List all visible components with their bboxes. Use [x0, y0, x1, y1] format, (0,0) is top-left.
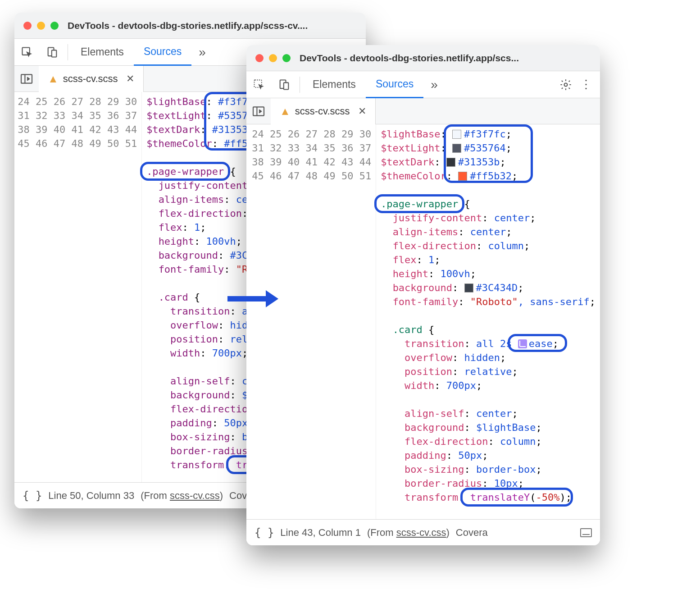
svg-rect-8	[284, 82, 289, 89]
code-editor[interactable]: 24 25 26 27 28 29 30 31 32 33 34 35 36 3…	[246, 124, 600, 519]
close-window-button[interactable]	[23, 22, 32, 30]
comparison-arrow-icon	[225, 288, 279, 306]
svg-rect-3	[21, 74, 32, 83]
source-map-from: (From scss-cv.css)	[141, 490, 223, 502]
navigator-toggle-icon[interactable]	[14, 73, 39, 84]
file-tab-name: scss-cv.scss	[295, 105, 350, 117]
cursor-position: Line 50, Column 33	[48, 490, 134, 502]
file-tabs-bar: ▲ scss-cv.scss ✕	[246, 98, 600, 124]
inspect-icon[interactable]	[14, 46, 40, 59]
tab-elements[interactable]: Elements	[71, 39, 134, 66]
warning-icon: ▲	[48, 73, 59, 85]
window-title: DevTools - devtools-dbg-stories.netlify.…	[300, 53, 519, 64]
file-tab[interactable]: ▲ scss-cv.scss ✕	[39, 66, 144, 92]
window-controls	[23, 22, 59, 30]
maximize-window-button[interactable]	[50, 22, 59, 30]
warning-icon: ▲	[280, 105, 291, 118]
settings-icon[interactable]	[559, 78, 572, 91]
drawer-toggle-icon[interactable]	[580, 528, 592, 537]
inspect-icon[interactable]	[246, 78, 272, 91]
line-gutter: 24 25 26 27 28 29 30 31 32 33 34 35 36 3…	[14, 92, 142, 482]
devtools-window-after: DevTools - devtools-dbg-stories.netlify.…	[246, 45, 600, 545]
tab-sources[interactable]: Sources	[134, 39, 191, 66]
svg-rect-10	[253, 107, 264, 115]
status-bar: { } Line 43, Column 1 (From scss-cv.css)…	[246, 519, 600, 545]
close-tab-icon[interactable]: ✕	[126, 73, 134, 85]
kebab-menu-icon[interactable]: ⋮	[580, 78, 592, 91]
close-tab-icon[interactable]: ✕	[358, 105, 366, 117]
navigator-toggle-icon[interactable]	[246, 106, 271, 117]
line-gutter: 24 25 26 27 28 29 30 31 32 33 34 35 36 3…	[246, 124, 376, 519]
device-icon[interactable]	[40, 46, 65, 59]
svg-rect-2	[52, 50, 57, 57]
code-content[interactable]: $lightBase: #f3f7fc; $textLight: #535764…	[376, 124, 600, 519]
tab-elements[interactable]: Elements	[303, 71, 366, 98]
minimize-window-button[interactable]	[37, 22, 45, 30]
close-window-button[interactable]	[255, 54, 264, 62]
source-map-from: (From scss-cv.css)	[367, 527, 450, 539]
tab-sources[interactable]: Sources	[366, 71, 423, 98]
cursor-position: Line 43, Column 1	[280, 527, 361, 539]
main-toolbar: Elements Sources » ⋮	[246, 71, 600, 98]
format-icon[interactable]: { }	[23, 489, 42, 502]
more-tabs-icon[interactable]: »	[191, 45, 213, 59]
format-icon[interactable]: { }	[255, 526, 274, 539]
minimize-window-button[interactable]	[269, 54, 277, 62]
maximize-window-button[interactable]	[282, 54, 291, 62]
window-title: DevTools - devtools-dbg-stories.netlify.…	[68, 20, 308, 31]
file-tab[interactable]: ▲ scss-cv.scss ✕	[271, 98, 376, 124]
titlebar: DevTools - devtools-dbg-stories.netlify.…	[246, 45, 600, 71]
svg-point-9	[564, 83, 568, 86]
titlebar: DevTools - devtools-dbg-stories.netlify.…	[14, 13, 366, 39]
coverage-label[interactable]: Covera	[456, 527, 488, 539]
more-tabs-icon[interactable]: »	[423, 78, 445, 92]
device-icon[interactable]	[272, 78, 297, 91]
window-controls	[255, 54, 291, 62]
file-tab-name: scss-cv.scss	[63, 73, 118, 85]
